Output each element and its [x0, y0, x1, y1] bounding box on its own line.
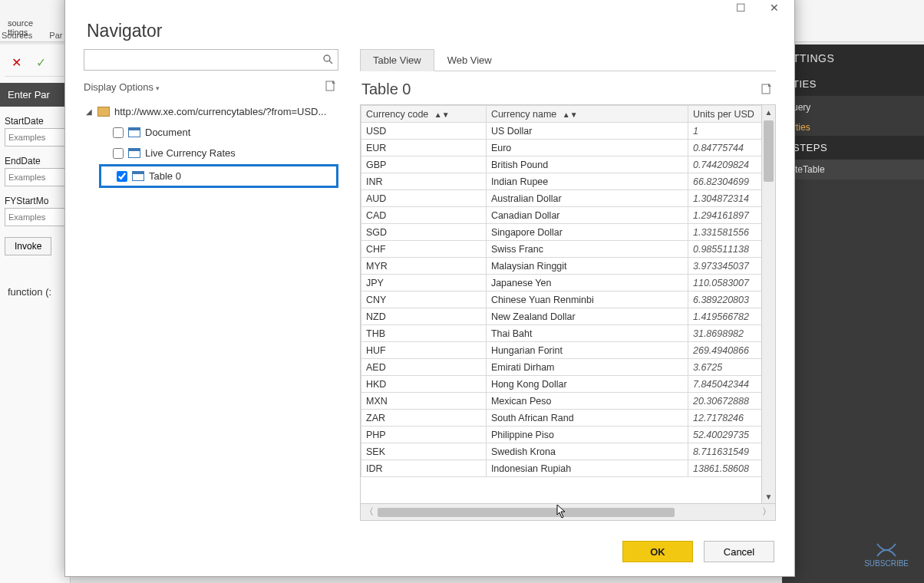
- scroll-left-icon[interactable]: 〈: [361, 506, 378, 519]
- table-cell: Singapore Dollar: [486, 224, 688, 241]
- sort-icon[interactable]: ▲▼: [563, 110, 578, 119]
- table-cell: Malaysian Ringgit: [486, 258, 688, 275]
- table-cell: 31.8698982: [688, 325, 761, 342]
- table-row[interactable]: IDRIndonesian Rupiah13861.58608: [361, 460, 762, 477]
- scroll-up-icon[interactable]: ▲: [762, 105, 775, 119]
- table-icon: [132, 171, 144, 181]
- ok-button[interactable]: OK: [622, 541, 693, 562]
- invoke-button[interactable]: Invoke: [5, 237, 51, 255]
- table-row[interactable]: INRIndian Rupee66.823046990.: [361, 173, 762, 190]
- display-options-dropdown[interactable]: Display Options: [84, 81, 160, 93]
- navigator-left: Display Options ◢ http://www.xe.com/curr…: [84, 49, 338, 521]
- table-cell: 20.30672888: [688, 393, 761, 410]
- table-row[interactable]: EUREuro0.847757441: [361, 140, 762, 156]
- dialog-titlebar: ☐ ✕: [65, 0, 794, 21]
- table-cell: INR: [361, 173, 487, 190]
- caret-down-icon[interactable]: ◢: [85, 107, 93, 116]
- folder-icon: [97, 107, 110, 117]
- table-row[interactable]: SGDSingapore Dollar1.3315815560.: [361, 224, 762, 241]
- discard-icon[interactable]: ✕: [8, 54, 25, 71]
- table-cell: Canadian Dollar: [486, 207, 688, 224]
- table-row[interactable]: JPYJapanese Yen110.05830070.: [361, 275, 762, 292]
- horizontal-scrollbar[interactable]: 〈 〉: [360, 504, 776, 521]
- enddate-input[interactable]: [5, 168, 65, 186]
- table-row[interactable]: NZDNew Zealand Dollar1.4195667820.: [361, 308, 762, 325]
- tree-checkbox[interactable]: [113, 148, 124, 159]
- table-cell: 12.7178246: [688, 410, 761, 427]
- column-label: Currency code: [366, 109, 428, 120]
- all-properties-link[interactable]: rties: [782, 119, 924, 136]
- table-cell: 8.711631549: [688, 443, 761, 460]
- table-row[interactable]: USDUS Dollar1: [361, 123, 762, 140]
- tree-checkbox[interactable]: [113, 127, 124, 138]
- table-row[interactable]: HUFHungarian Forint269.49408660.: [361, 342, 762, 359]
- tree-item[interactable]: Table 0: [99, 164, 338, 188]
- table-row[interactable]: HKDHong Kong Dollar7.8450423440.: [361, 376, 762, 393]
- search-icon[interactable]: [322, 53, 334, 65]
- tree-item[interactable]: Live Currency Rates: [99, 143, 338, 163]
- table-cell: MYR: [361, 258, 487, 275]
- right-panel: TTINGS TIES uery rties STEPS teTable: [782, 44, 924, 583]
- scroll-thumb[interactable]: [378, 508, 675, 517]
- watermark-text: SUBSCRIBE: [864, 559, 909, 568]
- refresh-icon[interactable]: [325, 80, 338, 94]
- vertical-scrollbar[interactable]: ▲ ▼: [761, 105, 775, 503]
- fystartmo-input[interactable]: [5, 208, 65, 226]
- column-header[interactable]: Currency code ▲▼: [361, 106, 487, 123]
- table-cell: IDR: [361, 460, 487, 477]
- table-row[interactable]: CNYChinese Yuan Renminbi6.3892208030.: [361, 292, 762, 308]
- table-cell: Indian Rupee: [486, 173, 688, 190]
- table-cell: CNY: [361, 292, 487, 308]
- table-row[interactable]: AEDEmirati Dirham3.67250.: [361, 359, 762, 376]
- tree-item[interactable]: Document: [99, 122, 338, 143]
- table-row[interactable]: SEKSwedish Krona8.711631549: [361, 443, 762, 460]
- dialog-title: Navigator: [65, 21, 794, 49]
- scroll-down-icon[interactable]: ▼: [762, 489, 775, 503]
- table-cell: HKD: [361, 376, 487, 393]
- scroll-thumb[interactable]: [764, 120, 774, 182]
- dna-icon: [876, 542, 897, 558]
- ribbon-label: Par: [49, 31, 62, 40]
- applied-step[interactable]: teTable: [782, 160, 924, 180]
- table-row[interactable]: CHFSwiss Franc0.9855111381: [361, 241, 762, 258]
- column-header[interactable]: Units per USD ▲▼: [688, 106, 761, 123]
- maximize-button[interactable]: ☐: [724, 0, 757, 18]
- tree-checkbox[interactable]: [117, 171, 127, 182]
- table-row[interactable]: ZARSouth African Rand12.7178246: [361, 410, 762, 427]
- table-row[interactable]: MXNMexican Peso20.306728880.: [361, 393, 762, 410]
- sort-icon[interactable]: ▲▼: [434, 110, 450, 119]
- table-cell: CHF: [361, 241, 487, 258]
- tree-item-label: Table 0: [149, 170, 333, 182]
- table-cell: South African Rand: [486, 410, 688, 427]
- table-row[interactable]: MYRMalaysian Ringgit3.9733450370.: [361, 258, 762, 275]
- edit-icon[interactable]: [761, 83, 774, 97]
- ribbon-label: Sources: [2, 31, 32, 40]
- search-input[interactable]: [84, 49, 338, 71]
- cancel-button[interactable]: Cancel: [704, 541, 774, 562]
- tab-web-view[interactable]: Web View: [434, 49, 505, 71]
- table-row[interactable]: GBPBritish Pound0.7442098241: [361, 156, 762, 173]
- section-header: Enter Par: [0, 83, 70, 107]
- table-cell: Swedish Krona: [486, 443, 688, 460]
- ribbon-label: source: [8, 18, 33, 28]
- table-cell: 66.82304699: [688, 173, 761, 190]
- table-cell: 0.744209824: [688, 156, 761, 173]
- apply-icon[interactable]: ✓: [32, 54, 49, 71]
- scroll-right-icon[interactable]: 〉: [758, 506, 775, 519]
- table-row[interactable]: AUDAustralian Dollar1.3048723140.: [361, 190, 762, 207]
- table-cell: Chinese Yuan Renminbi: [486, 292, 688, 308]
- table-cell: New Zealand Dollar: [486, 308, 688, 325]
- table-cell: 52.40029735: [688, 427, 761, 443]
- table-row[interactable]: CADCanadian Dollar1.2941618970.: [361, 207, 762, 224]
- tree-item-label: Document: [145, 127, 337, 138]
- table-cell: USD: [361, 123, 487, 140]
- tab-table-view[interactable]: Table View: [360, 49, 434, 71]
- table-row[interactable]: PHPPhilippine Piso52.400297350.: [361, 427, 762, 443]
- startdate-input[interactable]: [5, 128, 65, 147]
- column-header[interactable]: Currency name ▲▼: [486, 106, 688, 123]
- table-row[interactable]: THBThai Baht31.86989820.: [361, 325, 762, 342]
- table-cell: CAD: [361, 207, 487, 224]
- tree-root[interactable]: ◢ http://www.xe.com/currencytables/?from…: [84, 101, 338, 122]
- close-button[interactable]: ✕: [757, 0, 791, 18]
- table-cell: Mexican Peso: [486, 393, 688, 410]
